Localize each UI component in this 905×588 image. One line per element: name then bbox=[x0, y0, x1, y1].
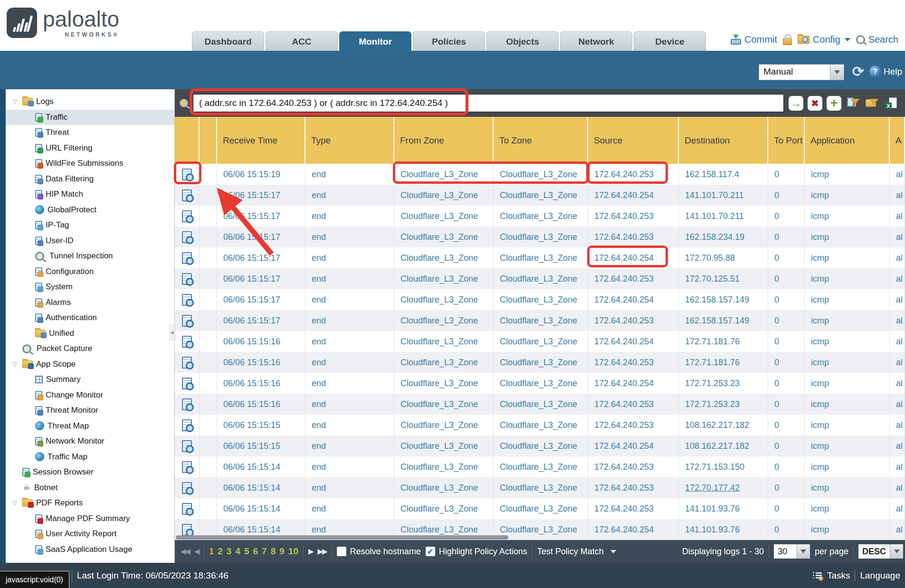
sidebar-item-configuration[interactable]: Configuration bbox=[6, 264, 174, 280]
page-number-7[interactable]: 7 bbox=[262, 546, 267, 557]
sidebar-item-user-id[interactable]: User-ID bbox=[6, 233, 174, 249]
first-page-button[interactable]: ◀◀ bbox=[181, 547, 190, 556]
prev-page-button[interactable]: ◀ bbox=[194, 547, 199, 556]
sidebar-item-globalprotect[interactable]: GlobalProtect bbox=[6, 202, 174, 218]
destination-link[interactable]: 172.70.177.42 bbox=[685, 483, 740, 493]
page-number-10[interactable]: 10 bbox=[288, 546, 298, 557]
sidebar-item-threat-monitor[interactable]: Threat Monitor bbox=[6, 403, 174, 418]
sidebar-item-hip-match[interactable]: HIP Match bbox=[6, 187, 174, 202]
config-button[interactable]: Config bbox=[798, 34, 850, 45]
search-button[interactable]: Search bbox=[856, 34, 898, 45]
sidebar-item-unified[interactable]: Unified bbox=[6, 326, 174, 341]
destination-cell[interactable]: 172.70.177.42 bbox=[679, 477, 768, 498]
log-detail-magnifier-icon[interactable] bbox=[182, 210, 192, 222]
tasks-button[interactable]: Tasks bbox=[827, 570, 850, 581]
sidebar-item-session-browser[interactable]: Session Browser bbox=[6, 465, 174, 480]
sidebar-item-user-activity-report[interactable]: User Activity Report bbox=[6, 526, 174, 542]
sidebar-item-network-monitor[interactable]: Network Monitor bbox=[6, 434, 174, 449]
log-detail-magnifier-icon[interactable] bbox=[182, 482, 192, 494]
horizontal-scrollbar[interactable] bbox=[175, 535, 905, 540]
sidebar-item-pdf-reports[interactable]: ▽PDF Reports bbox=[6, 495, 174, 511]
tab-network[interactable]: Network bbox=[560, 31, 632, 51]
sort-order-select[interactable]: DESC bbox=[858, 544, 903, 559]
tab-acc[interactable]: ACC bbox=[266, 31, 338, 51]
log-detail-magnifier-icon[interactable] bbox=[182, 315, 192, 327]
sidebar-item-traffic-map[interactable]: Traffic Map bbox=[6, 449, 174, 465]
sidebar-collapse-handle[interactable]: ◀ bbox=[169, 325, 175, 340]
sidebar-item-change-monitor[interactable]: Change Monitor bbox=[6, 388, 174, 403]
sidebar-item-tunnel-inspection[interactable]: Tunnel Inspection bbox=[6, 248, 174, 264]
commit-button[interactable]: Commit bbox=[731, 34, 777, 45]
sidebar-item-packet-capture[interactable]: Packet Capture bbox=[6, 341, 174, 357]
sidebar-item-alarms[interactable]: Alarms bbox=[6, 295, 174, 311]
next-page-button[interactable]: ▶ bbox=[308, 547, 313, 556]
add-filter-icon[interactable] bbox=[827, 96, 841, 111]
tab-monitor[interactable]: Monitor bbox=[339, 31, 411, 51]
log-detail-magnifier-icon[interactable] bbox=[182, 294, 192, 306]
page-number-1[interactable]: 1 bbox=[209, 546, 214, 557]
sidebar-item-ip-tag[interactable]: IP-Tag bbox=[6, 218, 174, 233]
test-policy-match-dropdown[interactable]: Test Policy Match bbox=[537, 547, 616, 557]
tab-policies[interactable]: Policies bbox=[413, 31, 485, 51]
sidebar-item-app-scope[interactable]: ▽App Scope bbox=[6, 357, 174, 372]
col-destination[interactable]: Destination bbox=[679, 117, 768, 164]
language-button[interactable]: Language bbox=[860, 570, 900, 581]
col-application[interactable]: Application bbox=[805, 117, 890, 164]
page-number-5[interactable]: 5 bbox=[244, 546, 249, 557]
page-number-2[interactable]: 2 bbox=[218, 546, 223, 557]
clear-filter-icon[interactable] bbox=[808, 96, 822, 111]
col-receive-time[interactable]: Receive Time bbox=[217, 117, 305, 164]
col-source[interactable]: Source bbox=[588, 117, 679, 164]
page-number-9[interactable]: 9 bbox=[279, 546, 285, 557]
col-to-port[interactable]: To Port bbox=[768, 117, 805, 164]
sidebar-item-traffic[interactable]: Traffic bbox=[6, 110, 174, 125]
highlight-policy-actions-checkbox[interactable] bbox=[426, 547, 435, 556]
sidebar-item-manage-pdf-summary[interactable]: Manage PDF Summary bbox=[6, 511, 174, 527]
page-number-6[interactable]: 6 bbox=[253, 546, 258, 557]
log-detail-magnifier-icon[interactable] bbox=[182, 273, 192, 285]
log-detail-magnifier-icon[interactable] bbox=[182, 461, 192, 473]
export-logs-icon[interactable] bbox=[884, 96, 898, 111]
sidebar-item-data-filtering[interactable]: Data Filtering bbox=[6, 171, 174, 187]
tab-device[interactable]: Device bbox=[634, 31, 706, 51]
col-type[interactable]: Type bbox=[305, 117, 394, 164]
col-from-zone[interactable]: From Zone bbox=[394, 117, 494, 164]
tab-dashboard[interactable]: Dashboard bbox=[192, 31, 264, 51]
sidebar-item-wildfire-submissions[interactable]: WildFire Submissions bbox=[6, 156, 174, 171]
log-detail-magnifier-icon[interactable] bbox=[182, 503, 192, 515]
sidebar-item-system[interactable]: System bbox=[6, 279, 174, 295]
resolve-hostname-checkbox[interactable] bbox=[337, 547, 346, 556]
sidebar-item-summary[interactable]: Summary bbox=[6, 372, 174, 388]
refresh-icon[interactable]: ⟳ bbox=[852, 65, 864, 78]
log-detail-magnifier-icon[interactable] bbox=[182, 169, 192, 180]
expander-triangle-icon[interactable]: ▽ bbox=[10, 361, 19, 368]
sidebar-item-threat[interactable]: Threat bbox=[6, 125, 174, 141]
page-number-4[interactable]: 4 bbox=[235, 546, 240, 557]
col-to-zone[interactable]: To Zone bbox=[494, 117, 588, 164]
last-page-button[interactable]: ▶▶ bbox=[318, 547, 327, 556]
sidebar-item-url-filtering[interactable]: URL Filtering bbox=[6, 141, 174, 156]
log-detail-magnifier-icon[interactable] bbox=[182, 357, 192, 369]
apply-filter-icon[interactable] bbox=[789, 96, 803, 111]
log-detail-magnifier-icon[interactable] bbox=[182, 190, 192, 201]
filter-query-input[interactable]: ( addr.src in 172.64.240.253 ) or ( addr… bbox=[193, 94, 784, 112]
log-detail-magnifier-icon[interactable] bbox=[182, 231, 192, 243]
log-detail-magnifier-icon[interactable] bbox=[182, 524, 192, 536]
filter-builder-icon[interactable] bbox=[846, 96, 860, 111]
expander-triangle-icon[interactable]: ▽ bbox=[10, 500, 19, 506]
sidebar-item-botnet[interactable]: Botnet bbox=[6, 480, 174, 496]
help-button[interactable]: Help bbox=[869, 66, 902, 77]
expander-triangle-icon[interactable]: ▽ bbox=[10, 98, 19, 105]
log-detail-magnifier-icon[interactable] bbox=[182, 336, 192, 348]
log-detail-magnifier-icon[interactable] bbox=[182, 252, 192, 264]
load-filter-icon[interactable] bbox=[865, 96, 879, 111]
refresh-mode-select[interactable]: Manual bbox=[759, 64, 844, 80]
sidebar-item-saas-application-usage[interactable]: SaaS Application Usage bbox=[6, 542, 174, 558]
sidebar-item-threat-map[interactable]: Threat Map bbox=[6, 418, 174, 434]
lock-icon[interactable] bbox=[783, 38, 792, 45]
page-number-3[interactable]: 3 bbox=[227, 546, 232, 557]
per-page-select[interactable]: 30 bbox=[774, 544, 810, 559]
page-number-8[interactable]: 8 bbox=[271, 546, 276, 557]
sidebar-item-logs[interactable]: ▽Logs bbox=[6, 94, 174, 110]
log-detail-magnifier-icon[interactable] bbox=[182, 440, 192, 452]
